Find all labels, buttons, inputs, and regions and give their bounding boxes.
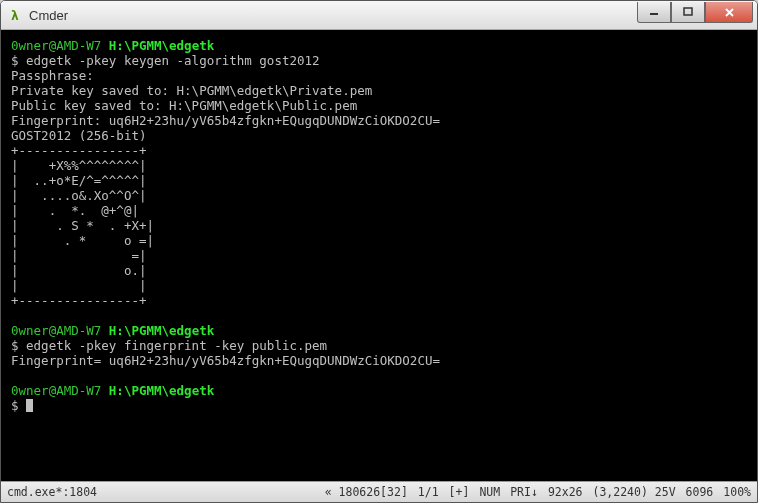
- svg-rect-0: [650, 13, 658, 15]
- window-buttons: [637, 2, 753, 22]
- cursor: [26, 399, 33, 412]
- statusbar: cmd.exe*:1804 « 180626[32] 1/1 [+] NUM P…: [1, 481, 757, 502]
- randomart-line: | +X%%^^^^^^^^|: [11, 158, 146, 173]
- cmder-window: λ Cmder 0wner@AMD-W7 H:\PGMM\edgetk $ ed…: [0, 0, 758, 503]
- randomart-line: | . *. @+^@|: [11, 203, 139, 218]
- command-line: $ edgetk -pkey fingerprint -key public.p…: [11, 338, 327, 353]
- minimize-icon: [649, 7, 659, 17]
- randomart-line: | . * o =|: [11, 233, 154, 248]
- command-line: $: [11, 398, 26, 413]
- titlebar[interactable]: λ Cmder: [1, 1, 757, 30]
- output-line: Private key saved to: H:\PGMM\edgetk\Pri…: [11, 83, 372, 98]
- output-line: Passphrase:: [11, 68, 94, 83]
- status-item: (3,2240) 25V: [593, 485, 676, 499]
- status-item: [+]: [449, 485, 470, 499]
- status-item: PRI↓: [510, 485, 538, 499]
- prompt-user: 0wner@AMD-W7: [11, 38, 109, 53]
- randomart-line: | ....o&.Xo^^O^|: [11, 188, 146, 203]
- randomart-line: | =|: [11, 248, 146, 263]
- prompt-user: 0wner@AMD-W7: [11, 323, 109, 338]
- randomart-line: | o.|: [11, 263, 146, 278]
- prompt-path: H:\PGMM\edgetk: [109, 323, 214, 338]
- close-icon: [724, 7, 735, 18]
- prompt-user: 0wner@AMD-W7: [11, 383, 109, 398]
- terminal-area[interactable]: 0wner@AMD-W7 H:\PGMM\edgetk $ edgetk -pk…: [1, 30, 757, 481]
- status-item: 92x26: [548, 485, 583, 499]
- output-line: Public key saved to: H:\PGMM\edgetk\Publ…: [11, 98, 357, 113]
- minimize-button[interactable]: [637, 2, 671, 23]
- prompt-path: H:\PGMM\edgetk: [109, 38, 214, 53]
- randomart-line: | |: [11, 278, 146, 293]
- status-item: NUM: [479, 485, 500, 499]
- window-title: Cmder: [29, 8, 637, 23]
- maximize-icon: [683, 7, 693, 17]
- output-line: Fingerprint: uq6H2+23hu/yV65b4zfgkn+EQug…: [11, 113, 440, 128]
- command-line: $ edgetk -pkey keygen -algorithm gost201…: [11, 53, 320, 68]
- terminal-output: 0wner@AMD-W7 H:\PGMM\edgetk $ edgetk -pk…: [11, 38, 747, 413]
- randomart-line: | . S * . +X+|: [11, 218, 154, 233]
- status-item: 6096: [686, 485, 714, 499]
- lambda-icon: λ: [7, 7, 23, 23]
- status-item: « 180626[32]: [325, 485, 408, 499]
- status-left[interactable]: cmd.exe*:1804: [7, 485, 325, 499]
- randomart-line: +----------------+: [11, 293, 146, 308]
- status-right: « 180626[32] 1/1 [+] NUM PRI↓ 92x26 (3,2…: [325, 485, 751, 499]
- close-button[interactable]: [705, 2, 753, 23]
- prompt-path: H:\PGMM\edgetk: [109, 383, 214, 398]
- svg-rect-1: [684, 8, 692, 15]
- status-item: 100%: [723, 485, 751, 499]
- randomart-line: +----------------+: [11, 143, 146, 158]
- output-line: GOST2012 (256-bit): [11, 128, 146, 143]
- output-line: Fingerprint= uq6H2+23hu/yV65b4zfgkn+EQug…: [11, 353, 440, 368]
- status-item: 1/1: [418, 485, 439, 499]
- maximize-button[interactable]: [671, 2, 705, 23]
- randomart-line: | ..+o*E/^=^^^^^|: [11, 173, 146, 188]
